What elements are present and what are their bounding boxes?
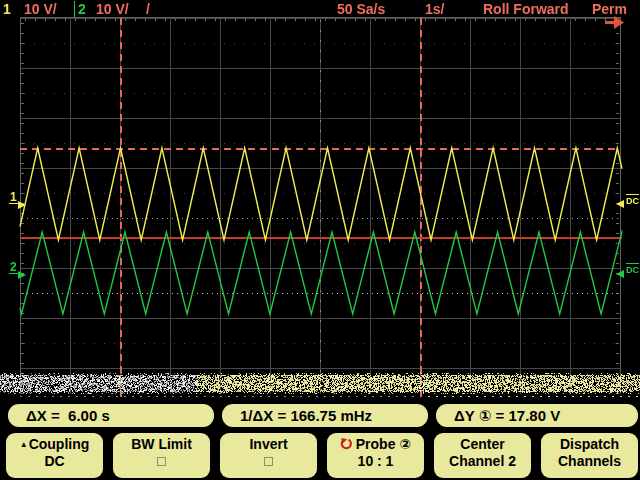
softkey-bw-limit-label: BW Limit [113, 436, 210, 453]
softkey-bw-limit[interactable]: BW Limit [113, 433, 210, 478]
one-over-dx-readout: 1/ΔX = 166.75 mHz [222, 404, 428, 427]
ch2-ground-marker: 2 [9, 262, 18, 274]
softkey-invert[interactable]: Invert [220, 433, 317, 478]
softkey-coupling-value: DC [6, 453, 103, 470]
ch1-coupling-marker: DC [626, 194, 640, 206]
softkey-coupling-label: Coupling [29, 436, 90, 452]
ch2-coupling-marker: DC [626, 263, 640, 275]
ch1-ground-marker: 1 [9, 192, 18, 204]
softkey-center-label: Center [434, 436, 531, 453]
ch1-ground-arrow-icon [18, 201, 26, 209]
oscilloscope-screen: 1 10 V/ 2 10 V/ / 50 Sa/s 1s/ Roll Forwa… [0, 0, 640, 480]
softkey-dispatch-channels[interactable]: Dispatch Channels [541, 433, 638, 478]
ch2-scale-readout: 10 V/ [96, 1, 129, 17]
softkey-center-channel-2[interactable]: Center Channel 2 [434, 433, 531, 478]
knob-icon [340, 438, 353, 451]
softkey-dispatch-value: Channels [541, 453, 638, 470]
ch1-scale-readout: 10 V/ [24, 1, 57, 17]
acquisition-mode-readout: Roll Forward [483, 1, 569, 17]
ch2-number-readout: 2 [74, 1, 86, 17]
aux-scale-readout: / [146, 1, 150, 17]
delta-x-readout: ΔX = 6.00 s [8, 404, 214, 427]
softkey-coupling[interactable]: ▲Coupling DC [6, 433, 103, 478]
delta-y-readout: ΔY ① = 17.80 V [436, 404, 638, 427]
waveform-display [0, 0, 640, 402]
ch1-number-readout: 1 [3, 1, 11, 17]
time-reference-arrow-icon [605, 15, 625, 28]
softkey-probe[interactable]: Probe ② 10 : 1 [327, 433, 424, 478]
ch2-ground-arrow-icon [18, 271, 26, 279]
softkey-probe-value: 10 : 1 [327, 453, 424, 470]
bw-limit-checkbox-icon [157, 457, 166, 466]
ch1-coupling-arrow-icon [616, 200, 624, 208]
softkey-invert-label: Invert [220, 436, 317, 453]
ch2-coupling-arrow-icon [616, 270, 624, 278]
softkey-dispatch-label: Dispatch [541, 436, 638, 453]
menu-up-arrow-icon: ▲ [20, 440, 28, 449]
invert-checkbox-icon [264, 457, 273, 466]
sample-rate-readout: 50 Sa/s [337, 1, 385, 17]
softkey-probe-label: Probe ② [356, 436, 411, 452]
timebase-readout: 1s/ [425, 1, 444, 17]
softkey-center-value: Channel 2 [434, 453, 531, 470]
